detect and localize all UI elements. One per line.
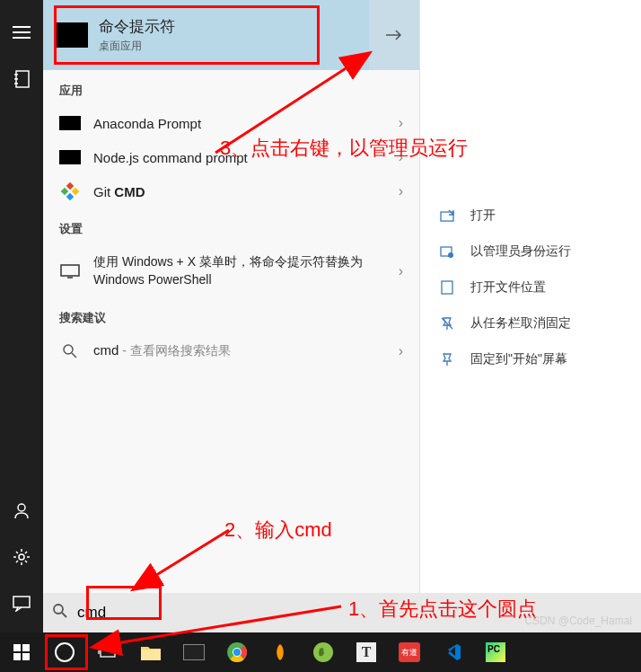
result-label: Git CMD <box>93 184 393 199</box>
task-view-button[interactable] <box>86 632 129 672</box>
watermark: CSDN @Code_Hamal <box>524 615 632 627</box>
chevron-right-icon: › <box>399 115 403 131</box>
cortana-icon <box>55 642 75 662</box>
vscode-icon <box>441 641 464 664</box>
settings-section-label: 设置 <box>43 208 419 244</box>
arrow-right-icon <box>384 28 404 42</box>
folder-icon <box>438 279 456 296</box>
git-icon <box>59 183 81 199</box>
settings-result[interactable]: 使用 Windows + X 菜单时，将命令提示符替换为 Windows Pow… <box>43 244 419 297</box>
svg-rect-7 <box>66 193 74 200</box>
taskbar-app1[interactable] <box>259 632 302 672</box>
context-label: 固定到"开始"屏幕 <box>470 351 567 367</box>
chevron-right-icon: › <box>399 149 403 165</box>
svg-point-14 <box>54 605 63 614</box>
svg-rect-5 <box>61 188 68 195</box>
web-suggestion[interactable]: cmd - 查看网络搜索结果 › <box>43 333 419 368</box>
context-label: 从任务栏取消固定 <box>470 315 571 332</box>
start-button[interactable] <box>0 632 43 672</box>
terminal-icon <box>182 641 206 664</box>
windows-icon <box>13 644 30 660</box>
user-icon[interactable] <box>11 500 32 521</box>
search-input[interactable] <box>77 604 257 622</box>
best-match-title: 命令提示符 <box>99 16 407 37</box>
task-view-icon <box>98 645 118 659</box>
chrome-icon <box>225 641 249 664</box>
svg-point-9 <box>64 345 73 354</box>
apps-section-label: 应用 <box>43 70 419 106</box>
svg-rect-3 <box>13 597 30 607</box>
context-unpin-taskbar[interactable]: 从任务栏取消固定 <box>420 305 641 341</box>
monitor-icon <box>59 263 81 279</box>
gear-icon[interactable] <box>11 546 32 568</box>
svg-rect-4 <box>66 182 74 190</box>
svg-point-1 <box>18 504 25 511</box>
terminal-icon <box>59 116 81 130</box>
cortana-button[interactable] <box>43 632 86 672</box>
context-pin-start[interactable]: 固定到"开始"屏幕 <box>420 341 641 377</box>
taskbar-chrome[interactable] <box>215 632 259 672</box>
taskbar-cmd[interactable] <box>172 632 215 672</box>
search-icon <box>59 343 81 359</box>
folder-icon <box>139 641 162 664</box>
chevron-right-icon: › <box>399 263 403 279</box>
search-icon <box>52 603 68 623</box>
cmd-icon <box>56 22 88 48</box>
svg-rect-0 <box>16 71 29 87</box>
svg-rect-6 <box>72 188 79 195</box>
youdao-icon: 有道 <box>398 641 421 664</box>
open-icon <box>438 207 456 225</box>
context-open-location[interactable]: 打开文件位置 <box>420 270 641 305</box>
svg-rect-20 <box>141 650 161 660</box>
context-label: 以管理员身份运行 <box>470 243 571 260</box>
pycharm-icon: PC <box>484 641 507 664</box>
taskbar-app3[interactable]: T <box>345 632 388 672</box>
svg-rect-8 <box>61 265 79 276</box>
admin-icon <box>438 243 456 261</box>
svg-point-12 <box>448 252 453 258</box>
svg-rect-17 <box>13 653 21 660</box>
best-match-result[interactable]: 命令提示符 桌面应用 <box>43 0 419 70</box>
app-result-git[interactable]: Git CMD › <box>43 174 419 208</box>
result-label: Node.js command prompt <box>93 150 393 165</box>
taskbar-explorer[interactable] <box>129 632 172 672</box>
start-menu-rail <box>0 0 43 672</box>
svg-rect-16 <box>22 644 30 651</box>
app-result-nodejs[interactable]: Node.js command prompt › <box>43 140 419 174</box>
taskbar: T 有道 PC <box>0 632 641 672</box>
notebook-icon[interactable] <box>11 68 32 90</box>
chevron-right-icon: › <box>399 183 403 199</box>
result-label: Anaconda Prompt <box>93 116 393 131</box>
taskbar-youdao[interactable]: 有道 <box>388 632 431 672</box>
taskbar-app2[interactable] <box>302 632 345 672</box>
context-open[interactable]: 打开 <box>420 198 641 234</box>
result-label: cmd - 查看网络搜索结果 <box>93 342 393 359</box>
search-results-panel: 命令提示符 桌面应用 应用 Anaconda Prompt › Node.js … <box>43 0 420 593</box>
app-result-anaconda[interactable]: Anaconda Prompt › <box>43 106 419 140</box>
feedback-icon[interactable] <box>11 593 32 615</box>
expand-arrow-button[interactable] <box>369 0 419 70</box>
svg-point-25 <box>233 649 241 656</box>
context-label: 打开 <box>470 208 496 224</box>
best-match-subtitle: 桌面应用 <box>99 39 407 54</box>
text-icon: T <box>355 641 378 664</box>
svg-rect-19 <box>101 648 115 657</box>
app-icon <box>268 641 292 664</box>
chevron-right-icon: › <box>399 343 403 359</box>
pin-icon <box>438 350 456 368</box>
svg-rect-13 <box>442 281 452 294</box>
app-icon <box>312 641 335 664</box>
svg-rect-15 <box>13 644 21 651</box>
context-label: 打开文件位置 <box>470 279 546 296</box>
taskbar-vscode[interactable] <box>431 632 474 672</box>
suggestions-section-label: 搜索建议 <box>43 297 419 333</box>
context-actions-panel: 打开 以管理员身份运行 打开文件位置 从任务栏取消固定 固定到"开始"屏幕 <box>420 0 641 593</box>
svg-point-2 <box>19 554 24 560</box>
taskbar-pycharm[interactable]: PC <box>474 632 517 672</box>
result-label: 使用 Windows + X 菜单时，将命令提示符替换为 Windows Pow… <box>93 253 393 288</box>
unpin-icon <box>438 314 456 332</box>
context-run-admin[interactable]: 以管理员身份运行 <box>420 234 641 270</box>
terminal-icon <box>59 150 81 164</box>
svg-rect-18 <box>22 653 30 660</box>
menu-icon[interactable] <box>11 22 32 43</box>
